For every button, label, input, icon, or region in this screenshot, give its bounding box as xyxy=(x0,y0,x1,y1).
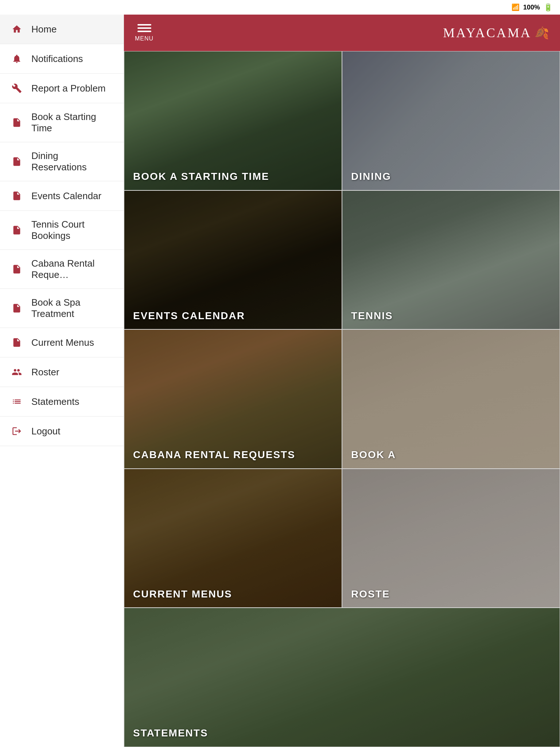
brand-name: MAYACAMA xyxy=(443,25,532,40)
sidebar-label-book-spa: Book a Spa Treatment xyxy=(31,297,113,320)
tile-label-menus: CURRENT MENUS xyxy=(124,581,342,608)
sidebar-label-tennis-court-bookings: Tennis Court Bookings xyxy=(31,219,113,241)
app-header: MENU MAYACAMA 🍂 xyxy=(124,15,560,51)
list-icon xyxy=(10,395,23,408)
main-layout: Home Notifications Report a Problem Book… xyxy=(0,15,560,747)
tile-label-cabana: CABANA RENTAL REQUESTS xyxy=(124,441,342,468)
sidebar-item-cabana-rental[interactable]: Cabana Rental Reque… xyxy=(0,250,124,289)
doc-icon-2 xyxy=(10,155,23,168)
hamburger-bar-3 xyxy=(137,31,151,32)
tile-roster[interactable]: ROSTE xyxy=(342,469,560,608)
doc-icon-4 xyxy=(10,224,23,237)
sidebar-item-tennis-court-bookings[interactable]: Tennis Court Bookings xyxy=(0,211,124,250)
tile-grid: BOOK A STARTING TIME DINING EVENTS CALEN… xyxy=(124,51,560,747)
sidebar-label-notifications: Notifications xyxy=(31,53,83,65)
tile-statements[interactable]: STATEMENTS xyxy=(124,608,560,747)
brand-logo: MAYACAMA 🍂 xyxy=(443,25,549,40)
tile-cabana-rental[interactable]: CABANA RENTAL REQUESTS xyxy=(124,329,342,469)
battery-indicator: 100% xyxy=(523,4,540,11)
sidebar-item-statements[interactable]: Statements xyxy=(0,387,124,417)
sidebar-item-book-spa[interactable]: Book a Spa Treatment xyxy=(0,289,124,328)
sidebar-item-dining-reservations[interactable]: Dining Reservations xyxy=(0,142,124,181)
doc-icon-3 xyxy=(10,189,23,202)
sidebar-item-roster[interactable]: Roster xyxy=(0,357,124,387)
right-content: MENU MAYACAMA 🍂 BOOK A STARTING TIME DIN… xyxy=(124,15,560,747)
hamburger-bar-2 xyxy=(137,27,151,29)
doc-icon-7 xyxy=(10,336,23,349)
battery-icon: 🔋 xyxy=(544,3,553,12)
sidebar-label-dining-reservations: Dining Reservations xyxy=(31,150,113,173)
sidebar-item-notifications[interactable]: Notifications xyxy=(0,44,124,74)
tile-label-golf: BOOK A STARTING TIME xyxy=(124,163,342,190)
sidebar-item-events-calendar[interactable]: Events Calendar xyxy=(0,181,124,211)
sidebar-label-cabana-rental: Cabana Rental Reque… xyxy=(31,258,113,280)
wrench-icon xyxy=(10,82,23,95)
home-icon xyxy=(10,23,23,36)
sidebar-label-home: Home xyxy=(31,24,57,35)
tile-book-spa[interactable]: BOOK A xyxy=(342,329,560,469)
tile-tennis[interactable]: TENNIS xyxy=(342,190,560,330)
tile-current-menus[interactable]: CURRENT MENUS xyxy=(124,469,342,608)
sidebar-label-logout: Logout xyxy=(31,426,61,437)
sidebar-label-current-menus: Current Menus xyxy=(31,337,94,348)
tile-label-events: EVENTS CALENDAR xyxy=(124,302,342,329)
logout-icon xyxy=(10,425,23,438)
sidebar-label-roster: Roster xyxy=(31,367,59,378)
sidebar-label-book-starting-time: Book a Starting Time xyxy=(31,111,113,134)
menu-label: MENU xyxy=(135,35,153,42)
sidebar-item-logout[interactable]: Logout xyxy=(0,417,124,446)
sidebar-item-book-starting-time[interactable]: Book a Starting Time xyxy=(0,103,124,142)
tile-book-starting-time[interactable]: BOOK A STARTING TIME xyxy=(124,51,342,190)
tile-label-roster: ROSTE xyxy=(342,581,560,608)
doc-icon-1 xyxy=(10,116,23,129)
sidebar-item-current-menus[interactable]: Current Menus xyxy=(0,328,124,357)
hamburger-bar-1 xyxy=(137,24,151,26)
doc-icon-6 xyxy=(10,302,23,315)
doc-icon-5 xyxy=(10,263,23,276)
tile-label-tennis: TENNIS xyxy=(342,302,560,329)
tile-label-spa: BOOK A xyxy=(342,441,560,468)
brand-leaf-icon: 🍂 xyxy=(534,26,549,40)
sidebar-label-report-problem: Report a Problem xyxy=(31,83,106,94)
sidebar-item-home[interactable]: Home xyxy=(0,15,124,44)
tile-events-calendar[interactable]: EVENTS CALENDAR xyxy=(124,190,342,330)
tile-label-dining: DINING xyxy=(342,163,560,190)
person-icon xyxy=(10,365,23,379)
status-bar: 📶 100% 🔋 xyxy=(0,0,560,15)
sidebar-label-events-calendar: Events Calendar xyxy=(31,190,101,202)
menu-button[interactable]: MENU xyxy=(135,24,153,42)
bell-icon xyxy=(10,52,23,65)
sidebar-label-statements: Statements xyxy=(31,396,79,407)
sidebar-item-report-problem[interactable]: Report a Problem xyxy=(0,74,124,103)
wifi-icon: 📶 xyxy=(512,3,520,11)
tile-dining[interactable]: DINING xyxy=(342,51,560,190)
tile-label-statements: STATEMENTS xyxy=(124,720,560,747)
sidebar: Home Notifications Report a Problem Book… xyxy=(0,15,124,747)
